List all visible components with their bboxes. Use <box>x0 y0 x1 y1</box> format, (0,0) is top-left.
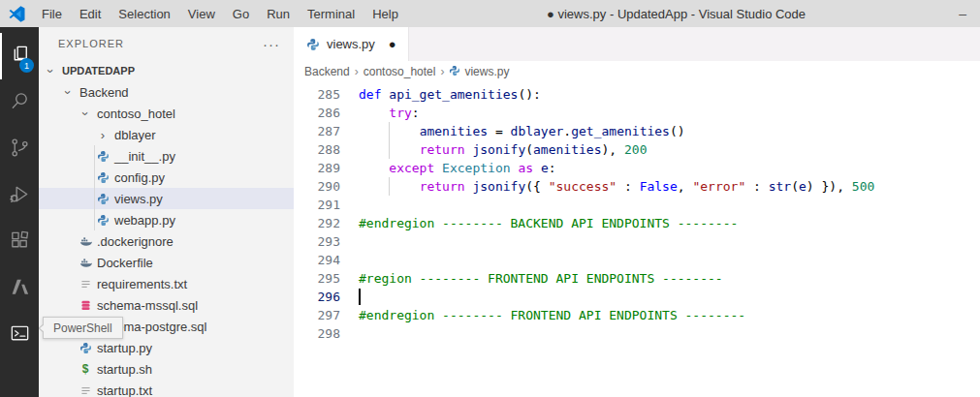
menu-terminal[interactable]: Terminal <box>299 0 364 27</box>
code-line-content: return jsonify(amenities), 200 <box>359 140 647 159</box>
line-number: 294 <box>294 251 340 269</box>
python-file-icon <box>95 148 111 164</box>
modified-dot-icon: ● <box>389 38 396 50</box>
tree-item-schema-mssql-sql[interactable]: schema-mssql.sql <box>39 294 294 316</box>
code-line-288[interactable]: 288 return jsonify(amenities), 200 <box>294 140 980 159</box>
tree-item-dblayer[interactable]: ›dblayer <box>39 124 294 145</box>
breadcrumb-label: views.py <box>464 65 509 78</box>
python-file-icon <box>305 37 321 52</box>
python-file-icon <box>95 169 111 185</box>
tree-item-label: dblayer <box>114 128 156 142</box>
tree-item-dockerignore[interactable]: .dockerignore <box>39 230 294 252</box>
menu-run[interactable]: Run <box>258 0 299 27</box>
code-line-content: amenities = dblayer.get_amenities() <box>359 122 685 140</box>
debug-icon <box>9 183 31 208</box>
python-file-icon <box>449 65 460 79</box>
tree-item-config-py[interactable]: config.py <box>39 167 294 188</box>
menu-help[interactable]: Help <box>364 0 407 27</box>
code-line-294[interactable]: 294 <box>294 251 980 269</box>
tree-item-views-py[interactable]: views.py <box>39 188 294 209</box>
code-line-289[interactable]: 289 except Exception as e: <box>294 159 980 177</box>
activity-item-run-debug[interactable] <box>0 172 39 219</box>
code-line-293[interactable]: 293 <box>294 232 980 251</box>
vscode-logo-icon <box>9 6 25 22</box>
tree-item-init-py[interactable]: __init__.py <box>39 145 294 167</box>
tree-item-label: schema-mssql.sql <box>97 298 198 313</box>
tab-views-py[interactable]: views.py ● <box>294 27 409 61</box>
code-line-286[interactable]: 286 try: <box>294 104 980 122</box>
activity-item-powershell[interactable] <box>0 312 39 358</box>
menu-edit[interactable]: Edit <box>71 0 110 27</box>
code-line-292[interactable]: 292#endregion -------- BACKEND API ENDPO… <box>294 214 980 232</box>
line-number: 295 <box>294 269 340 288</box>
code-line-content: #endregion -------- FRONTEND API ENDPOIN… <box>359 306 745 324</box>
tree-item-label: startup.sh <box>97 362 152 377</box>
tree-item-label: UPDATEDAPP <box>62 65 135 76</box>
code-line-287[interactable]: 287 amenities = dblayer.get_amenities() <box>294 122 980 140</box>
line-number: 298 <box>294 324 340 343</box>
indent-guide <box>389 140 390 159</box>
menu-go[interactable]: Go <box>224 0 258 27</box>
docker-file-icon <box>78 233 93 249</box>
code-line-content: #endregion -------- BACKEND API ENDPOINT… <box>359 214 738 232</box>
code-editor[interactable]: 285def api_get_amenities():286 try:287 a… <box>294 82 980 397</box>
breadcrumb: Backend›contoso_hotel›views.py <box>294 61 980 82</box>
menu-view[interactable]: View <box>179 0 224 27</box>
search-icon <box>9 90 31 115</box>
breadcrumb-label: contoso_hotel <box>364 65 436 78</box>
code-line-298[interactable]: 298 <box>294 324 980 343</box>
activity-item-azure[interactable] <box>0 265 39 312</box>
title-bar: FileEditSelectionViewGoRunTerminalHelp ●… <box>0 0 980 27</box>
tree-item-requirements-txt[interactable]: requirements.txt <box>39 273 294 294</box>
code-line-content: try: <box>359 104 420 122</box>
tree-item-startup-txt[interactable]: startup.txt <box>39 380 294 397</box>
tree-item-updatedapp[interactable]: ›UPDATEDAPP <box>39 60 294 81</box>
code-line-297[interactable]: 297#endregion -------- FRONTEND API ENDP… <box>294 306 980 324</box>
breadcrumb-separator-icon: › <box>350 65 364 78</box>
chevron-down-icon: › <box>61 84 76 100</box>
activity-item-explorer[interactable]: 1 <box>0 33 39 79</box>
explorer-header-label: EXPLORER <box>58 38 124 49</box>
tree-item-label: __init__.py <box>114 149 175 164</box>
tree-item-webapp-py[interactable]: webapp.py <box>39 209 294 230</box>
menubar: FileEditSelectionViewGoRunTerminalHelp <box>33 0 407 27</box>
breadcrumb-item-views-py[interactable]: views.py <box>449 65 509 79</box>
indent-guide <box>389 177 390 196</box>
menu-file[interactable]: File <box>33 0 71 27</box>
line-number: 297 <box>294 306 340 324</box>
menu-selection[interactable]: Selection <box>110 0 178 27</box>
tab-label: views.py <box>327 37 375 51</box>
azure-icon <box>9 276 31 301</box>
tree-item-startup-py[interactable]: startup.py <box>39 337 294 358</box>
explorer-sidebar: EXPLORER ··· ›UPDATEDAPP›Backend›contoso… <box>39 27 294 397</box>
code-line-285[interactable]: 285def api_get_amenities(): <box>294 85 980 104</box>
code-line-content: #region -------- FRONTEND API ENDPOINTS … <box>359 269 723 288</box>
docker-file-icon <box>78 255 93 270</box>
code-line-296[interactable]: 296 <box>294 288 980 306</box>
activity-item-source-control[interactable] <box>0 126 39 172</box>
activity-item-extensions[interactable] <box>0 219 39 265</box>
code-line-295[interactable]: 295#region -------- FRONTEND API ENDPOIN… <box>294 269 980 288</box>
tree-item-startup-sh[interactable]: $startup.sh <box>39 358 294 380</box>
chevron-right-icon: › <box>95 128 111 142</box>
minimize-button[interactable]: – <box>945 6 980 21</box>
extensions-icon <box>9 229 31 255</box>
code-line-content: except Exception as e: <box>359 159 556 177</box>
line-number: 287 <box>294 122 340 140</box>
tree-item-contoso-hotel[interactable]: ›contoso_hotel <box>39 103 294 124</box>
breadcrumb-label: Backend <box>304 65 350 78</box>
code-line-290[interactable]: 290 return jsonify({ "success" : False, … <box>294 177 980 196</box>
code-line-291[interactable]: 291 <box>294 196 980 214</box>
tooltip-label: PowerShell <box>53 321 112 335</box>
breadcrumb-item-contoso-hotel[interactable]: contoso_hotel <box>364 65 436 78</box>
tree-item-label: config.py <box>114 170 165 185</box>
tree-item-label: webapp.py <box>114 213 175 228</box>
breadcrumb-item-backend[interactable]: Backend <box>304 65 350 78</box>
explorer-actions-button[interactable]: ··· <box>263 36 280 52</box>
tree-item-backend[interactable]: ›Backend <box>39 81 294 103</box>
explorer-header: EXPLORER ··· <box>39 27 294 60</box>
activity-item-search[interactable] <box>0 79 39 126</box>
tree-item-dockerfile[interactable]: Dockerfile <box>39 252 294 273</box>
text-cursor <box>359 289 361 305</box>
tree-item-label: views.py <box>114 192 163 206</box>
